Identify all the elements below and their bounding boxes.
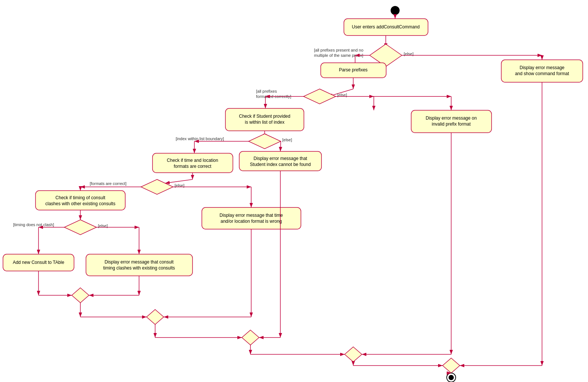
check-time-loc-line2: formats are correct: [174, 164, 212, 169]
display-clash-err-box: [86, 254, 193, 276]
diamond-index-check: [249, 134, 281, 149]
display-student-notfound-line1: Display error message that: [253, 156, 307, 161]
check-timing-clash-line1: Check if timing of consult: [55, 195, 105, 200]
display-time-loc-err-line1: Display error message that time: [219, 213, 283, 218]
activity-diagram: User enters addConsultCommand [all prefi…: [0, 0, 588, 382]
display-invalid-prefix-line2: invalid prefix format: [432, 121, 471, 127]
display-clash-err-line1: Display error message that consult: [105, 259, 174, 265]
add-consult-label: Add new Consult to TAble: [13, 260, 64, 265]
label-format-ok: [all prefixes: [256, 89, 277, 93]
check-student-line2: is within list of index: [245, 120, 284, 125]
user-enters-label: User enters addConsultCommand: [352, 24, 419, 30]
diamond-format-check: [304, 89, 336, 104]
label-formats-ok: [formats are correct]: [90, 181, 126, 186]
display-invalid-prefix-line1: Display error message on: [426, 115, 477, 121]
parse-prefixes-label: Parse prefixes: [339, 67, 368, 73]
display-error-cmd-line2: and show command format: [515, 71, 569, 76]
end-node-inner: [449, 375, 454, 380]
check-student-line1: Check if Student provided: [239, 114, 290, 119]
label-prefix-ok: [all prefixes present and no: [314, 48, 363, 52]
diamond-merge5: [443, 358, 460, 373]
label-timing-ok: [timing does not clash]: [13, 222, 54, 227]
check-time-loc-line1: Check if time and location: [167, 158, 218, 163]
diamond-formats-check: [141, 179, 173, 194]
check-timing-clash-line2: clashes with other existing consults: [45, 201, 115, 206]
diamond-merge3: [242, 330, 259, 345]
display-student-notfound-line2: Student index cannot be found: [250, 162, 311, 167]
label-index-else: [else]: [282, 138, 292, 142]
diamond-merge1: [72, 288, 89, 303]
display-time-loc-err-box: [202, 207, 301, 229]
diamond-merge2: [147, 309, 164, 324]
diamond-merge4: [345, 347, 362, 362]
display-error-cmd-line1: Display error message: [520, 65, 564, 70]
diagram-container: User enters addConsultCommand [all prefi…: [0, 0, 588, 382]
arrow-d3-right: [280, 141, 281, 151]
label-index-ok: [index within list boundary]: [176, 136, 224, 141]
diamond-timing-check: [64, 220, 96, 235]
start-node: [391, 6, 400, 15]
arrow-timeloc-to-d4b: [165, 179, 193, 183]
display-time-loc-err-line2: and/or location format is wrong: [221, 219, 282, 224]
display-clash-err-line2: timing clashes with existing consults: [103, 265, 175, 271]
